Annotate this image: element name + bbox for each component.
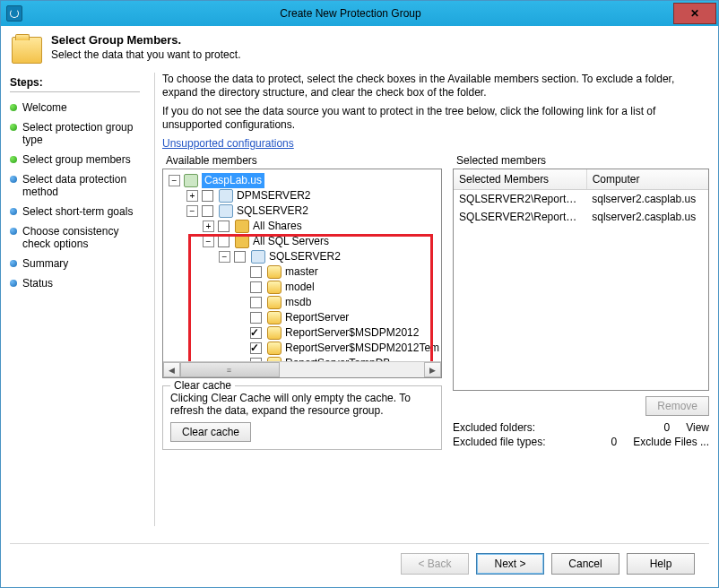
scroll-thumb[interactable]: ≡: [180, 362, 280, 377]
window-title: Create New Protection Group: [28, 7, 673, 20]
step-label: Status: [22, 277, 53, 290]
tree-root[interactable]: CaspLab.us: [202, 173, 264, 188]
folder-icon: [235, 220, 249, 233]
collapse-icon[interactable]: −: [169, 175, 180, 186]
database-icon: [267, 296, 282, 309]
divider: [154, 73, 155, 526]
step-item[interactable]: Select protection group type: [10, 117, 140, 150]
tree-item-db[interactable]: master: [285, 264, 318, 280]
back-button[interactable]: < Back: [401, 553, 469, 575]
checkbox[interactable]: [250, 297, 262, 308]
view-link[interactable]: View: [686, 421, 709, 434]
cell: sqlserver2.casplab.us: [586, 208, 708, 226]
app-icon: [6, 5, 22, 22]
cache-legend: Clear cache: [170, 379, 235, 392]
step-item[interactable]: Select short-term goals: [10, 202, 140, 221]
step-item[interactable]: Welcome: [10, 98, 140, 117]
tree-item-sql2[interactable]: SQLSERVER2: [269, 249, 341, 264]
server-icon: [251, 250, 265, 264]
database-icon: [267, 311, 282, 324]
tree-item-sqlserver[interactable]: SQLSERVER2: [237, 203, 308, 219]
scroll-right-button[interactable]: ▶: [424, 362, 441, 377]
step-label: Select data protection method: [22, 173, 140, 198]
database-icon: [267, 281, 282, 294]
tree-item-db[interactable]: ReportServer: [285, 310, 349, 325]
database-icon: [267, 265, 282, 279]
tree-item-db[interactable]: msdb: [285, 295, 311, 310]
steps-heading: Steps:: [10, 76, 140, 92]
page-subtitle: Select the data that you want to protect…: [51, 48, 240, 61]
expand-icon[interactable]: +: [203, 220, 214, 232]
cell: SQLSERVER2\ReportSe...: [454, 208, 586, 226]
available-tree[interactable]: −CaspLab.us +DPMSERVER2 −SQLSERVER2 +All…: [162, 169, 442, 378]
intro-p2: If you do not see the data source you wa…: [162, 105, 709, 132]
database-icon: [267, 326, 282, 340]
step-item[interactable]: Choose consistency check options: [10, 221, 140, 254]
remove-button[interactable]: Remove: [645, 396, 709, 416]
col-computer[interactable]: Computer: [587, 169, 708, 189]
excl-types-label: Excluded file types:: [453, 436, 581, 448]
step-bullet-icon: [10, 176, 17, 183]
grid-row[interactable]: SQLSERVER2\ReportSe... sqlserver2.caspla…: [454, 190, 708, 208]
page-header: Select Group Members. Select the data th…: [1, 26, 718, 73]
cell: SQLSERVER2\ReportSe...: [454, 190, 586, 208]
checkbox[interactable]: [250, 281, 262, 293]
grid-row[interactable]: SQLSERVER2\ReportSe... sqlserver2.caspla…: [454, 208, 708, 226]
step-label: Select short-term goals: [22, 205, 133, 218]
clear-cache-button[interactable]: Clear cache: [170, 422, 251, 442]
expand-icon[interactable]: +: [186, 190, 198, 202]
checkbox[interactable]: [250, 342, 262, 354]
steps-sidebar: Steps: WelcomeSelect protection group ty…: [10, 73, 147, 526]
step-label: Select protection group type: [22, 121, 140, 146]
step-bullet-icon: [10, 280, 17, 287]
checkbox[interactable]: [218, 236, 230, 247]
next-button[interactable]: Next >: [476, 553, 544, 575]
help-button[interactable]: Help: [627, 553, 695, 575]
step-item[interactable]: Status: [10, 273, 140, 293]
close-button[interactable]: ✕: [673, 3, 716, 24]
clear-cache-group: Clear cache Clicking Clear Cache will on…: [162, 385, 442, 450]
tree-item-db[interactable]: ReportServer$MSDPM2012Tem: [285, 341, 439, 356]
cell: sqlserver2.casplab.us: [586, 190, 708, 208]
wizard-footer: < Back Next > Cancel Help: [10, 543, 709, 587]
step-label: Welcome: [22, 101, 67, 114]
collapse-icon[interactable]: −: [203, 236, 214, 247]
tree-item-db[interactable]: ReportServer$MSDPM2012: [285, 325, 419, 341]
step-item[interactable]: Summary: [10, 254, 140, 273]
step-item[interactable]: Select data protection method: [10, 169, 140, 202]
excluded-types-row: Excluded file types: 0 Exclude Files ...: [453, 436, 709, 448]
step-bullet-icon: [10, 156, 17, 163]
tree-item-dpm[interactable]: DPMSERVER2: [237, 188, 310, 203]
checkbox[interactable]: [202, 205, 213, 217]
scroll-track[interactable]: ≡: [180, 362, 424, 377]
collapse-icon[interactable]: −: [219, 251, 230, 263]
excl-folders-count: 0: [643, 421, 670, 434]
step-bullet-icon: [10, 208, 17, 215]
cancel-button[interactable]: Cancel: [551, 553, 619, 575]
collapse-icon[interactable]: −: [186, 205, 198, 217]
tree-item-db[interactable]: model: [285, 280, 315, 295]
intro-p1: To choose the data to protect, select th…: [162, 73, 709, 99]
h-scrollbar[interactable]: ◀ ≡ ▶: [163, 361, 441, 377]
tree-item-shares[interactable]: All Shares: [253, 219, 302, 234]
col-selected[interactable]: Selected Members: [454, 169, 587, 189]
server-icon: [219, 204, 233, 218]
selected-grid[interactable]: Selected Members Computer SQLSERVER2\Rep…: [453, 169, 709, 391]
checkbox[interactable]: [234, 251, 246, 263]
exclude-files-link[interactable]: Exclude Files ...: [633, 436, 709, 448]
checkbox[interactable]: [250, 327, 262, 339]
checkbox[interactable]: [218, 220, 230, 232]
checkbox[interactable]: [250, 266, 262, 278]
checkbox[interactable]: [250, 312, 262, 324]
step-item[interactable]: Select group members: [10, 150, 140, 169]
checkbox[interactable]: [202, 190, 213, 202]
folder-icon: [12, 37, 42, 64]
scroll-left-button[interactable]: ◀: [163, 362, 180, 377]
unsupported-config-link[interactable]: Unsupported configurations: [162, 137, 294, 150]
step-label: Summary: [22, 257, 68, 270]
intro-text: To choose the data to protect, select th…: [162, 73, 709, 151]
sql-icon: [235, 235, 249, 248]
titlebar: Create New Protection Group ✕: [1, 1, 718, 26]
tree-item-allsql[interactable]: All SQL Servers: [253, 234, 329, 249]
cache-text: Clicking Clear Cache will only empty the…: [170, 392, 434, 417]
